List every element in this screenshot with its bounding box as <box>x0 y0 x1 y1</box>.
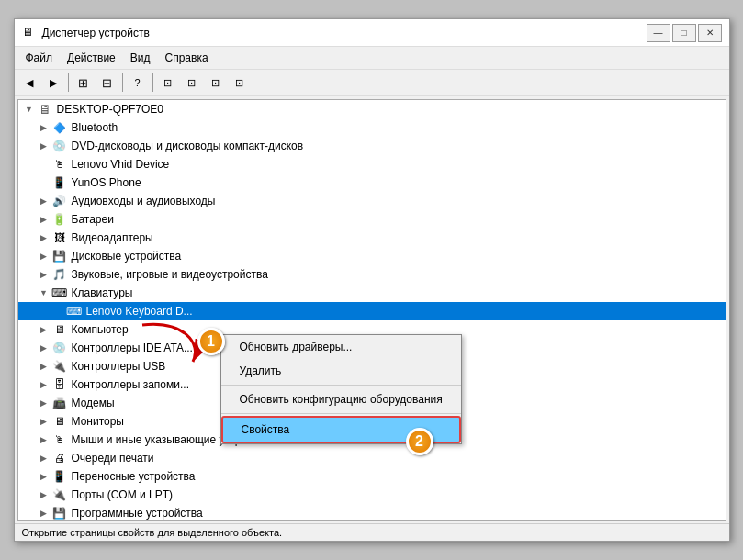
expand-icon: ▶ <box>37 417 51 426</box>
menu-action[interactable]: Действие <box>60 49 123 67</box>
toolbar-btn-1[interactable]: ⊞ <box>73 73 95 93</box>
storage-icon: 🗄 <box>51 377 68 392</box>
menu-file[interactable]: Файл <box>18 49 61 67</box>
expand-icon: ▶ <box>37 233 51 242</box>
mouse-icon: 🖱 <box>51 432 68 447</box>
expand-icon: ▶ <box>37 380 51 389</box>
video-icon: 🖼 <box>51 230 68 245</box>
tree-item-audio[interactable]: ▶ 🔊 Аудиовходы и аудиовыходы <box>18 192 726 210</box>
ctx-update-config[interactable]: Обновить конфигурацию оборудования <box>221 387 461 411</box>
tree-item-dvd[interactable]: ▶ 💿 DVD-дисководы и дисководы компакт-ди… <box>18 137 726 155</box>
root-label: DESKTOP-QPF7OE0 <box>57 103 163 116</box>
computer-icon: 🖥 <box>37 102 53 117</box>
context-menu: Обновить драйверы... Удалить Обновить ко… <box>220 334 462 444</box>
tree-item-bluetooth[interactable]: ▶ 🔷 Bluetooth <box>18 118 726 137</box>
software-icon: 💾 <box>51 506 68 521</box>
disk-icon: 💾 <box>51 249 68 263</box>
close-button[interactable]: ✕ <box>698 24 722 42</box>
toolbar-separator <box>68 73 69 92</box>
tree-item-disk[interactable]: ▶ 💾 Дисковые устройства <box>18 247 726 265</box>
menu-help[interactable]: Справка <box>158 49 216 67</box>
tree-item-sound[interactable]: ▶ 🎵 Звуковые, игровые и видеоустройства <box>18 265 726 284</box>
item-label-video: Видеоадаптеры <box>72 231 153 244</box>
expand-icon: ▶ <box>37 490 51 499</box>
audio-icon: 🔊 <box>51 194 68 208</box>
item-label-vhid: Lenovo Vhid Device <box>72 158 170 171</box>
portable-icon: 📱 <box>51 469 68 484</box>
toolbar-btn-4[interactable]: ⊡ <box>181 73 203 93</box>
toolbar-btn-3[interactable]: ⊡ <box>157 73 179 93</box>
expand-icon: ▶ <box>37 215 51 224</box>
dvd-icon: 💿 <box>51 139 68 153</box>
item-label-lenovo-keyboard: Lenovo Keyboard D... <box>86 305 193 318</box>
forward-button[interactable]: ▶ <box>42 73 64 93</box>
expand-icon: ▶ <box>37 472 51 481</box>
item-label-battery: Батареи <box>72 213 114 226</box>
toolbar-btn-5[interactable]: ⊡ <box>205 73 227 93</box>
tree-item-vhid[interactable]: 🖱 Lenovo Vhid Device <box>18 155 726 174</box>
keyboard-device-icon: ⌨ <box>66 304 83 319</box>
phone-icon: 📱 <box>51 175 68 190</box>
item-label-computer: Компьютер <box>72 323 129 336</box>
item-label-dvd: DVD-дисководы и дисководы компакт-дисков <box>72 140 304 152</box>
expand-icon: ▶ <box>37 362 51 371</box>
badge-1: 1 <box>197 328 225 355</box>
port-icon: 🔌 <box>51 487 68 502</box>
maximize-button[interactable]: □ <box>672 24 696 42</box>
tree-item-yunos[interactable]: 📱 YunOS Phone <box>18 174 726 192</box>
tree-item-keyboards[interactable]: ▼ ⌨ Клавиатуры <box>18 284 726 302</box>
menu-view[interactable]: Вид <box>123 49 158 67</box>
tree-root[interactable]: ▼ 🖥 DESKTOP-QPF7OE0 <box>18 100 726 118</box>
title-bar: 🖥 Диспетчер устройств — □ ✕ <box>15 19 729 47</box>
window-title: Диспетчер устройств <box>42 27 150 39</box>
tree-item-lenovo-keyboard[interactable]: ⌨ Lenovo Keyboard D... <box>18 302 726 320</box>
minimize-button[interactable]: — <box>647 24 670 42</box>
back-button[interactable]: ◀ <box>18 73 40 93</box>
device-tree[interactable]: ▼ 🖥 DESKTOP-QPF7OE0 ▶ 🔷 Bluetooth ▶ 💿 DV… <box>17 99 726 521</box>
ctx-separator <box>221 385 461 386</box>
menu-bar: Файл Действие Вид Справка <box>15 47 729 70</box>
expand-icon: ▶ <box>37 454 51 463</box>
expand-icon: ▶ <box>37 270 51 279</box>
toolbar-separator-2 <box>122 73 123 92</box>
expand-icon: ▶ <box>37 343 51 353</box>
content-area: ▼ 🖥 DESKTOP-QPF7OE0 ▶ 🔷 Bluetooth ▶ 💿 DV… <box>15 96 729 523</box>
tree-item-print[interactable]: ▶ 🖨 Очереди печати <box>18 449 726 467</box>
bluetooth-icon: 🔷 <box>51 120 68 135</box>
expand-icon: ▶ <box>37 252 51 261</box>
expand-icon: ▶ <box>37 141 51 151</box>
tree-item-video[interactable]: ▶ 🖼 Видеоадаптеры <box>18 229 726 247</box>
item-label-monitor: Мониторы <box>72 415 124 428</box>
ctx-delete[interactable]: Удалить <box>221 359 461 383</box>
ctx-update-drivers[interactable]: Обновить драйверы... <box>221 335 461 359</box>
sound-icon: 🎵 <box>51 267 68 282</box>
ctx-separator-2 <box>221 413 461 414</box>
modem-icon: 📠 <box>51 396 68 410</box>
item-label-sound: Звуковые, игровые и видеоустройства <box>72 268 268 281</box>
item-label-ports: Порты (COM и LPT) <box>72 488 174 501</box>
expand-icon: ▶ <box>37 435 51 444</box>
computer-node-icon: 🖥 <box>51 322 68 337</box>
item-label-storage: Контроллеры запоми... <box>72 378 189 391</box>
item-label-ide: Контроллеры IDE ATA... <box>72 342 193 354</box>
tree-item-ports[interactable]: ▶ 🔌 Порты (COM и LPT) <box>18 486 726 504</box>
tree-item-software[interactable]: ▶ 💾 Программные устройства <box>18 504 726 521</box>
tree-item-battery[interactable]: ▶ 🔋 Батареи <box>18 210 726 229</box>
item-label-keyboards: Клавиатуры <box>72 286 133 299</box>
status-text: Открытие страницы свойств для выделенног… <box>22 527 283 538</box>
expand-icon: ▶ <box>37 509 51 518</box>
expand-icon: ▶ <box>37 196 51 206</box>
window-icon: 🖥 <box>22 26 37 40</box>
item-label-yunos: YunOS Phone <box>72 176 141 189</box>
status-bar: Открытие страницы свойств для выделенног… <box>15 523 729 541</box>
expand-icon: ▶ <box>37 325 51 334</box>
help-button[interactable]: ? <box>127 73 149 93</box>
toolbar-btn-6[interactable]: ⊡ <box>229 73 251 93</box>
expand-icon-root: ▼ <box>22 105 37 114</box>
badge-2: 2 <box>406 428 433 455</box>
item-label-disk: Дисковые устройства <box>72 250 182 263</box>
toolbar-btn-2[interactable]: ⊟ <box>96 73 118 93</box>
item-label-software: Программные устройства <box>72 507 203 520</box>
tree-item-portable[interactable]: ▶ 📱 Переносные устройства <box>18 467 726 486</box>
expand-icon: ▼ <box>37 288 51 297</box>
